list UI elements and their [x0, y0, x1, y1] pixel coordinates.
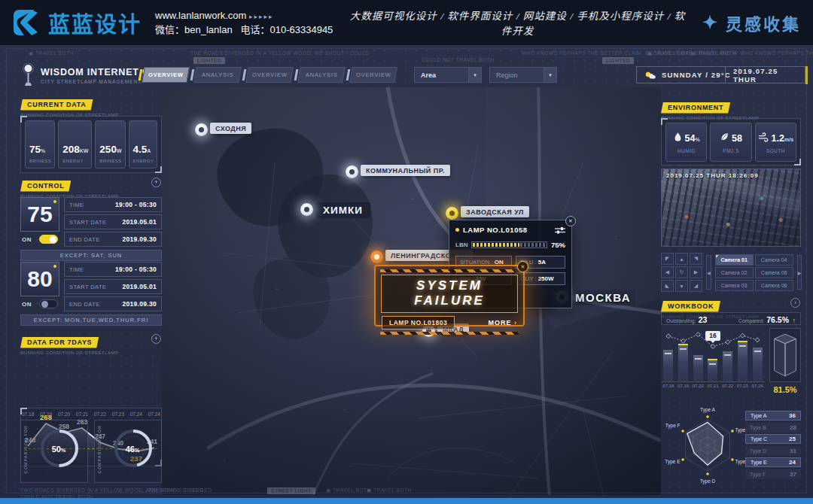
camera-button[interactable]: Camera 02: [715, 267, 754, 278]
x-tick-label: 07.18: [662, 384, 674, 388]
workbook-bar[interactable]: [663, 350, 673, 381]
legend-label: Type C: [751, 436, 767, 442]
wechat-text: 微信：ben_lanlan: [155, 24, 233, 35]
website-link[interactable]: www.lanlanwork.com: [155, 10, 246, 21]
close-icon[interactable]: ✕: [517, 261, 528, 272]
radar-legend-row[interactable]: Type D31: [745, 446, 801, 456]
close-icon[interactable]: ✕: [565, 216, 576, 226]
schedule-level-column: 75ON: [20, 197, 59, 247]
radar-legend-row[interactable]: Type A36: [745, 411, 801, 421]
workbook-stats: Outstanding:23 Compared:76.5% ↑: [661, 312, 801, 325]
status-dot: [455, 228, 459, 232]
workbook-bar[interactable]: [678, 344, 688, 381]
tab-bar: OVERVIEWANALYSISOVERVIEWANALYSISOVERVIEW: [143, 67, 396, 83]
map-pin-yellow[interactable]: [446, 207, 458, 220]
region-select[interactable]: Region ▾: [489, 67, 557, 83]
gauge-label: COMPARISON FOR: [97, 425, 102, 473]
map-location-label[interactable]: МОСКВА: [571, 290, 635, 305]
camera-button[interactable]: Camera 04: [755, 254, 793, 266]
brightness-level: 75: [20, 197, 59, 232]
schedule-field[interactable]: START DATE2019.05.01: [64, 279, 162, 294]
svg-text:+: +: [275, 285, 279, 293]
map-location-label[interactable]: КОММУНАЛЬНЫЙ ПР.: [361, 165, 450, 176]
current-data-card: 250WBRINESS: [95, 120, 125, 169]
map-pin-white[interactable]: [300, 203, 313, 216]
phone-text: 电话：010-63334945: [240, 24, 333, 35]
lanlan-logo[interactable]: 蓝蓝设计: [12, 7, 142, 38]
workbook-bar[interactable]: [708, 359, 717, 381]
camera-button[interactable]: Camera 01: [715, 254, 754, 266]
schedule-block: 80ONTIME19:00 - 05:30START DATE2019.05.0…: [20, 262, 162, 311]
tab-analysis-3[interactable]: ANALYSIS: [297, 67, 346, 83]
hazard-stripe: [380, 269, 519, 272]
schedule-field[interactable]: TIME19:00 - 05:30: [64, 262, 162, 277]
power-state-label: ON: [22, 236, 32, 243]
more-button[interactable]: MORE ›: [488, 319, 517, 326]
workbook-bar[interactable]: [738, 341, 748, 381]
pan-down-button[interactable]: ▼: [675, 280, 688, 292]
rotate-button[interactable]: ↻: [675, 266, 688, 278]
camera-feed[interactable]: 2019.07.25 THUR 18:26:09: [661, 169, 801, 247]
tab-label: ANALYSIS: [202, 71, 234, 78]
schedule-field[interactable]: END DATE2019.09.30: [64, 232, 162, 247]
pan-up-left-button[interactable]: ◤: [661, 253, 674, 265]
camera-button[interactable]: Camera 06: [755, 280, 793, 291]
prev-camera-button[interactable]: ◀: [706, 255, 711, 290]
tab-overview-2[interactable]: OVERVIEW: [245, 67, 294, 83]
brightness-bar[interactable]: [471, 241, 547, 248]
chevron-down-icon[interactable]: ▾: [544, 68, 556, 82]
radar-legend-row[interactable]: Type E24: [745, 457, 801, 467]
tab-notch: [190, 69, 195, 80]
pan-right-button[interactable]: ▶: [690, 266, 702, 278]
tab-overview-4[interactable]: OVERVIEW: [349, 67, 397, 83]
schedule-field[interactable]: END DATE2019.09.30: [64, 296, 162, 311]
pan-up-button[interactable]: ▲: [675, 253, 688, 265]
current-data-panel: CURRENT DATA RUNNING CONDITION OF STREET…: [20, 96, 119, 117]
scrollbar-marker[interactable]: [805, 66, 808, 84]
lamp-id: LAMP NO.L01058: [463, 226, 551, 234]
chevron-down-icon[interactable]: ▾: [468, 68, 481, 82]
map-pin-white[interactable]: [346, 165, 358, 178]
camera-button[interactable]: Camera 05: [755, 267, 793, 278]
power-toggle[interactable]: [39, 235, 58, 244]
schedule-field[interactable]: START DATE2019.05.01: [64, 214, 162, 229]
workbook-more-button[interactable]: ›: [790, 298, 800, 308]
pan-down-right-button[interactable]: ◢: [690, 280, 702, 292]
area-select[interactable]: Area ▾: [414, 67, 482, 83]
map-location-label[interactable]: СХОДНЯ: [210, 123, 251, 134]
pan-up-right-button[interactable]: ◥: [690, 253, 702, 265]
contact-block: www.lanlanwork.com ▸▸▸▸▸ 微信：ben_lanlan 电…: [155, 8, 333, 38]
compared-label: Compared:: [738, 318, 765, 323]
comparison-gauge[interactable]: COMPARISON FOR 50%: [20, 420, 88, 483]
expand-chart-button[interactable]: +: [151, 334, 161, 344]
radar-legend-row[interactable]: Type F37: [745, 469, 801, 479]
schedule-field[interactable]: TIME19:00 - 05:30: [64, 197, 162, 212]
workbook-bar[interactable]: [693, 355, 703, 381]
map-pin-white[interactable]: [195, 123, 208, 136]
map-location-label[interactable]: ХИМКИ: [315, 202, 370, 218]
radar-legend-row[interactable]: Type C25: [745, 434, 801, 444]
add-schedule-button[interactable]: +: [151, 178, 161, 187]
panel-badge: ENVIRONMENT: [661, 102, 730, 114]
svg-text:+: +: [222, 457, 227, 465]
environment-cards: 54%HUMID58PM2.51.2m/sSOUTH: [662, 119, 800, 165]
comparison-gauge[interactable]: COMPARISON FOR 46%: [94, 420, 162, 483]
map-pin-orange[interactable]: [370, 250, 383, 263]
field-label: START DATE: [69, 284, 106, 290]
pan-down-left-button[interactable]: ◣: [661, 280, 674, 292]
power-toggle[interactable]: [39, 299, 58, 308]
workbook-bar[interactable]: [753, 348, 763, 381]
pan-left-button[interactable]: ◀: [661, 266, 674, 278]
next-camera-button[interactable]: ▶: [797, 255, 802, 290]
map-location-label[interactable]: ЗАВОДСКАЯ УЛ: [461, 206, 529, 217]
brightness-label: LBN: [455, 241, 467, 248]
workbook-bar[interactable]: [723, 351, 732, 381]
radar-legend-row[interactable]: Type B28: [745, 423, 801, 433]
decor-text: COULD NOT TRAVEL BOTH: [422, 57, 495, 62]
camera-button[interactable]: Camera 03: [715, 280, 754, 291]
pin-core: [349, 169, 355, 175]
inspiration-collect[interactable]: ✦ 灵感收集: [702, 11, 801, 35]
leaf-icon: [720, 132, 729, 145]
sliders-icon[interactable]: [555, 226, 565, 234]
tab-analysis-1[interactable]: ANALYSIS: [193, 67, 242, 83]
